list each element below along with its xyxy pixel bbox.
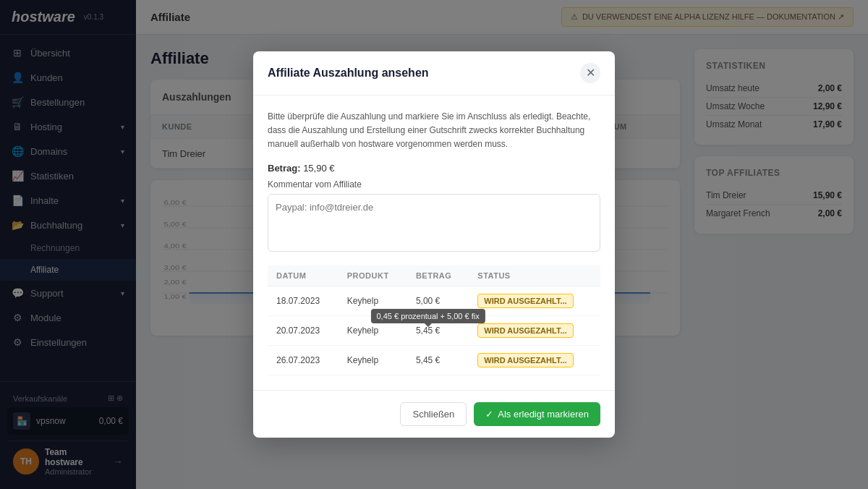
modal-table: DATUM PRODUKT BETRAG STATUS 18.07.2023 K… xyxy=(268,265,600,375)
modal-close-button[interactable]: ✕ xyxy=(580,63,600,83)
modal-col-betrag: BETRAG xyxy=(407,265,469,286)
modal-cell-betrag: 5,45 € 0,45 € prozentual + 5,00 € fix xyxy=(407,316,469,346)
modal-table-row: 26.07.2023 Keyhelp 5,45 € WIRD AUSGEZAHL… xyxy=(268,346,600,375)
modal-col-status: STATUS xyxy=(469,265,600,286)
erledigt-button[interactable]: ✓ Als erledigt markieren xyxy=(474,402,600,426)
modal-description: Bitte überprüfe die Auszahlung und marki… xyxy=(268,110,600,152)
modal-cell-betrag: 5,45 € xyxy=(407,346,469,375)
kommentar-textarea[interactable] xyxy=(268,194,600,252)
betrag-label: Betrag: xyxy=(268,163,301,174)
modal-cell-datum: 20.07.2023 xyxy=(268,316,339,346)
modal-status-badge: WIRD AUSGEZAHLT... xyxy=(477,353,573,367)
betrag-tooltip-wrapper: 5,45 € 0,45 € prozentual + 5,00 € fix xyxy=(416,326,440,336)
schliessen-button[interactable]: Schließen xyxy=(400,402,467,426)
modal-title: Affiliate Auszahlung ansehen xyxy=(268,67,429,80)
modal-cell-status: WIRD AUSGEZAHLT... xyxy=(469,316,600,346)
modal-col-produkt: PRODUKT xyxy=(339,265,407,286)
erledigt-label: Als erledigt markieren xyxy=(498,409,589,420)
modal-col-datum: DATUM xyxy=(268,265,339,286)
modal-cell-status: WIRD AUSGEZAHLT... xyxy=(469,346,600,375)
kommentar-label: Kommentar vom Affiliate xyxy=(268,179,600,190)
modal-cell-status: WIRD AUSGEZAHLT... xyxy=(469,286,600,316)
modal: Affiliate Auszahlung ansehen ✕ Bitte übe… xyxy=(253,51,615,438)
modal-body: Bitte überprüfe die Auszahlung und marki… xyxy=(253,95,615,391)
modal-footer: Schließen ✓ Als erledigt markieren xyxy=(253,390,615,438)
modal-status-badge: WIRD AUSGEZAHLT... xyxy=(477,323,573,338)
betrag-line: Betrag: 15,90 € xyxy=(268,163,600,174)
modal-table-row: 20.07.2023 Keyhelp 5,45 € 0,45 € prozent… xyxy=(268,316,600,346)
betrag-value: 15,90 € xyxy=(303,163,334,174)
modal-header: Affiliate Auszahlung ansehen ✕ xyxy=(253,51,615,95)
modal-cell-produkt: Keyhelp xyxy=(339,346,407,375)
modal-cell-datum: 18.07.2023 xyxy=(268,286,339,316)
tooltip-box: 0,45 € prozentual + 5,00 € fix xyxy=(371,309,485,323)
modal-cell-datum: 26.07.2023 xyxy=(268,346,339,375)
modal-overlay[interactable]: Affiliate Auszahlung ansehen ✕ Bitte übe… xyxy=(0,0,868,489)
check-icon: ✓ xyxy=(485,409,493,420)
modal-status-badge: WIRD AUSGEZAHLT... xyxy=(477,294,573,308)
